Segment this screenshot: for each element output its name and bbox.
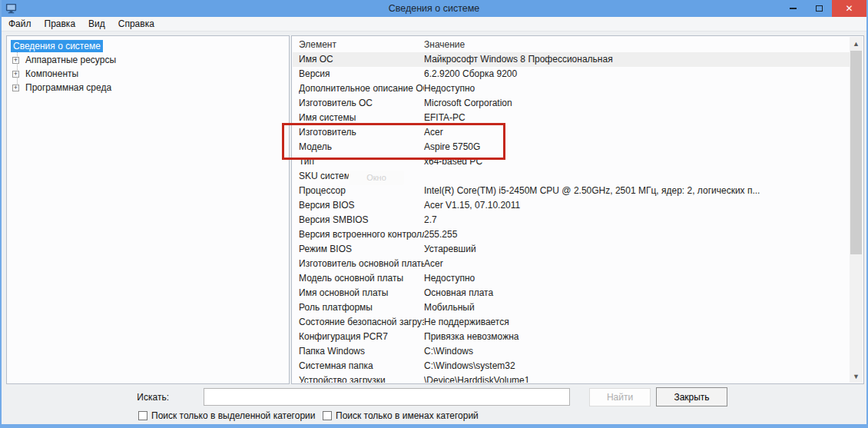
table-row[interactable]: ПроцессорIntel(R) Core(TM) i5-2450M CPU … [293,184,850,198]
table-row[interactable]: Роль платформыМобильный [293,300,850,315]
row-item-value: Основная плата [424,286,850,300]
table-row[interactable]: Имя ОСМайкрософт Windows 8 Профессиональ… [293,52,850,67]
table-row[interactable]: Конфигурация PCR7Привязка невозможна [293,330,850,344]
category-checkbox-label: Поиск только в выделенной категории [151,410,315,421]
row-item-label: Версия SMBIOS [299,213,424,227]
row-item-value: Недоступно [424,81,850,96]
menu-item-2[interactable]: Вид [88,18,105,29]
sidebar-item-2[interactable]: +Компоненты [9,67,289,81]
sidebar-item-label: Программная среда [23,81,114,94]
row-item-label: Конфигурация PCR7 [299,330,424,344]
maximize-button[interactable] [806,0,832,17]
column-header-element[interactable]: Элемент [299,37,424,52]
expand-plus-icon[interactable]: + [12,57,19,64]
row-item-value: Мобильный [424,300,850,315]
window-title: Сведения о системе [2,3,866,14]
row-item-label: Изготовитель основной платы [299,257,424,271]
row-item-label: Версия [299,67,424,81]
row-item-value: 255.255 [424,227,850,242]
names-checkbox-label: Поиск только в именах категорий [336,410,479,421]
sidebar-tree: Сведения о системе+Аппаратные ресурсы+Ко… [7,36,289,95]
row-item-value: Acer V1.15, 07.10.2011 [424,198,850,213]
row-item-value: Недоступно [424,271,850,286]
row-item-label: Имя основной платы [299,286,424,300]
table-row[interactable]: Версия встроенного контролл...255.255 [293,227,850,242]
table-row[interactable]: Версия6.2.9200 Сборка 9200 [293,67,850,81]
row-item-label: Изготовитель ОС [299,96,424,111]
sidebar-item-label: Аппаратные ресурсы [23,54,118,66]
row-item-value: C:\Windows [424,344,850,359]
vertical-scrollbar[interactable]: ▲ ▼ [850,37,863,383]
row-item-label: Версия BIOS [299,198,424,213]
row-item-label: Устройство загрузки [299,373,424,383]
category-tree-panel: Сведения о системе+Аппаратные ресурсы+Ко… [6,35,290,384]
row-item-label: Процессор [299,184,424,198]
row-item-value [424,169,850,184]
row-item-value: Acer [424,257,850,271]
scroll-up-icon[interactable]: ▲ [850,37,863,50]
row-item-value: Intel(R) Core(TM) i5-2450M CPU @ 2.50GHz… [424,184,850,198]
table-row[interactable]: Устройство загрузки\Device\HarddiskVolum… [293,373,850,383]
expand-plus-icon[interactable]: + [12,71,19,78]
sidebar-item-3[interactable]: +Программная среда [9,81,289,95]
row-item-label: Папка Windows [299,344,424,359]
details-panel: Элемент Значение Имя ОСМайкрософт Window… [291,35,864,384]
title-bar: Сведения о системе ✕ [2,0,866,17]
search-input[interactable] [204,388,570,406]
table-row[interactable]: Режим BIOSУстаревший [293,242,850,257]
row-item-value: Привязка невозможна [424,330,850,344]
menu-item-0[interactable]: Файл [8,18,31,29]
ghost-tooltip: Окно [349,171,404,185]
scroll-down-icon[interactable]: ▼ [850,370,863,383]
expand-plus-icon[interactable]: + [12,85,19,91]
row-item-value: C:\Windows\system32 [424,359,850,373]
checkbox-row-category: Поиск только в выделенной категории [138,410,315,421]
annotation-highlight-box [282,123,505,160]
details-table: Элемент Значение Имя ОСМайкрософт Window… [293,37,850,383]
find-button[interactable]: Найти [589,388,651,406]
row-item-label: Модель основной платы [299,271,424,286]
table-row[interactable]: Имя основной платыОсновная плата [293,286,850,300]
row-item-value: \Device\HarddiskVolume1 [424,373,850,383]
menu-bar: ФайлПравкаВидСправка [2,17,866,32]
menu-item-1[interactable]: Правка [45,18,76,29]
table-row[interactable]: Изготовитель ОСMicrosoft Corporation [293,96,850,111]
row-item-label: Имя ОС [299,52,424,67]
row-item-value: Майкрософт Windows 8 Профессиональная [424,52,850,67]
row-item-value: Microsoft Corporation [424,96,850,111]
row-item-value: Не поддерживается [424,315,850,330]
minimize-button[interactable] [780,0,806,17]
close-dialog-button[interactable]: Закрыть [656,387,727,406]
table-row[interactable]: Версия BIOSAcer V1.15, 07.10.2011 [293,198,850,213]
row-item-value: 6.2.9200 Сборка 9200 [424,67,850,81]
table-row[interactable]: Версия SMBIOS2.7 [293,213,850,227]
column-header-value[interactable]: Значение [424,37,850,52]
table-row[interactable]: Системная папкаC:\Windows\system32 [293,359,850,373]
row-item-label: Роль платформы [299,300,424,315]
row-item-label: Дополнительное описание ОС [299,81,424,96]
table-row[interactable]: Модель основной платыНедоступно [293,271,850,286]
menu-item-3[interactable]: Справка [118,18,154,29]
row-item-value: 2.7 [424,213,850,227]
scrollbar-thumb[interactable] [850,51,862,254]
names-checkbox[interactable] [323,411,332,420]
checkbox-row-names: Поиск только в именах категорий [323,410,479,421]
table-body: Имя ОСМайкрософт Windows 8 Профессиональ… [293,52,850,383]
table-row[interactable]: Состояние безопасной загруз...Не поддерж… [293,315,850,330]
sidebar-item-1[interactable]: +Аппаратные ресурсы [9,53,289,67]
sidebar-item-label: Компоненты [23,68,81,80]
table-header: Элемент Значение [293,37,850,52]
sidebar-item-0[interactable]: Сведения о системе [9,39,289,53]
category-checkbox[interactable] [138,411,147,420]
close-button[interactable]: ✕ [832,0,866,17]
row-item-label: Системная папка [299,359,424,373]
row-item-label: Состояние безопасной загруз... [299,315,424,330]
row-item-value: Устаревший [424,242,850,257]
table-row[interactable]: Изготовитель основной платыAcer [293,257,850,271]
table-row[interactable]: Папка WindowsC:\Windows [293,344,850,359]
system-info-window: Сведения о системе ✕ ФайлПравкаВидСправк… [0,0,868,428]
search-label: Искать: [101,392,169,403]
table-row[interactable]: Дополнительное описание ОСНедоступно [293,81,850,96]
row-item-label: Режим BIOS [299,242,424,257]
window-bottom-border [2,424,866,428]
